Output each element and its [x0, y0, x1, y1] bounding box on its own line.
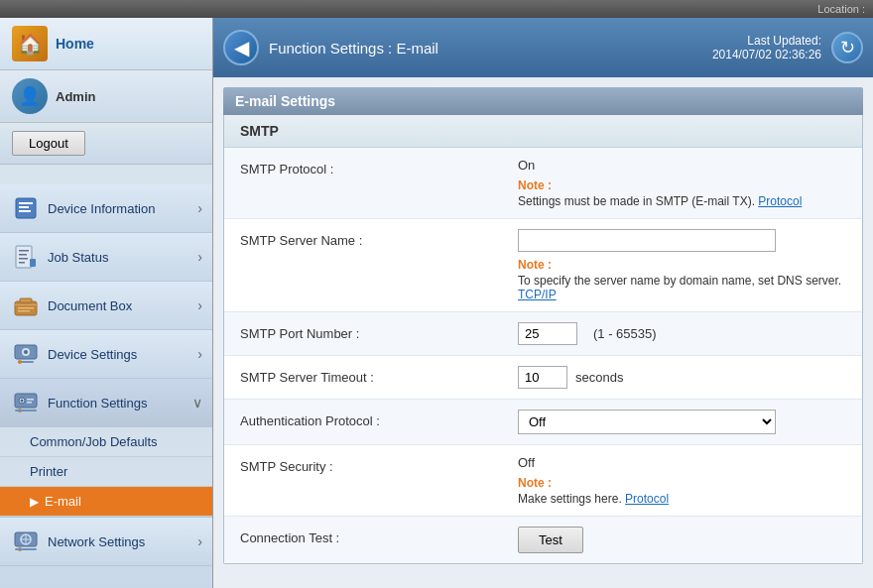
sidebar: 🏠 Home 👤 Admin Logout — [0, 18, 213, 588]
authentication-protocol-value: Off POP before SMTP SMTP Auth — [518, 410, 846, 434]
smtp-protocol-note-link[interactable]: Protocol — [758, 194, 802, 208]
smtp-security-note-label: Note : — [518, 476, 846, 490]
svg-point-19 — [18, 360, 22, 364]
sidebar-item-document-box[interactable]: Document Box › — [0, 282, 212, 330]
device-info-svg — [12, 194, 40, 222]
sidebar-sub-item-email[interactable]: ▶ E-mail — [0, 487, 212, 517]
svg-rect-3 — [19, 210, 31, 212]
port-input-wrap: (1 - 65535) — [518, 322, 846, 345]
network-svg — [12, 528, 40, 555]
device-settings-svg — [12, 340, 40, 368]
func-settings-svg — [12, 389, 40, 416]
chevron-right-icon-3: › — [197, 297, 202, 313]
smtp-protocol-note-text: Settings must be made in SMTP (E-mail TX… — [518, 194, 846, 208]
main-content: E-mail Settings SMTP SMTP Protocol : On … — [213, 77, 873, 588]
device-settings-icon — [10, 338, 42, 370]
last-updated-label: Last Updated: — [712, 34, 821, 48]
port-range-text: (1 - 65535) — [593, 326, 657, 341]
smtp-security-note-text: Make settings here. Protocol — [518, 492, 846, 506]
svg-rect-7 — [19, 258, 28, 260]
smtp-group-header: SMTP — [224, 115, 862, 148]
smtp-server-note-link[interactable]: TCP/IP — [518, 288, 557, 301]
svg-rect-20 — [15, 394, 37, 408]
home-label[interactable]: Home — [56, 36, 94, 52]
connection-test-row: Connection Test : Test — [224, 517, 862, 563]
sidebar-item-device-settings-label: Device Settings — [48, 347, 191, 362]
smtp-server-name-label: SMTP Server Name : — [240, 229, 518, 248]
smtp-security-value: Off Note : Make settings here. Protocol — [518, 455, 846, 506]
logout-wrap: Logout — [0, 123, 212, 165]
smtp-server-note-text: To specify the server name by domain nam… — [518, 274, 846, 301]
smtp-port-number-value: (1 - 65535) — [518, 322, 846, 345]
home-icon: 🏠 — [18, 32, 43, 56]
refresh-button[interactable]: ↻ — [831, 32, 863, 63]
chevron-down-icon: ∨ — [192, 395, 202, 411]
svg-rect-2 — [19, 206, 29, 208]
smtp-protocol-label: SMTP Protocol : — [240, 158, 518, 176]
chevron-right-icon-4: › — [197, 346, 202, 362]
logout-button[interactable]: Logout — [12, 131, 85, 156]
smtp-timeout-input[interactable] — [518, 366, 567, 389]
svg-rect-24 — [27, 402, 32, 404]
smtp-protocol-note-label: Note : — [518, 178, 846, 192]
sidebar-item-network-settings-label: Network Settings — [48, 534, 191, 549]
svg-rect-11 — [15, 304, 37, 305]
settings-table: SMTP SMTP Protocol : On Note : Settings … — [223, 115, 863, 564]
smtp-security-note-link[interactable]: Protocol — [625, 492, 669, 506]
test-button[interactable]: Test — [518, 527, 583, 553]
job-status-icon — [10, 241, 42, 273]
document-box-icon — [10, 290, 42, 321]
sidebar-item-network-settings[interactable]: Network Settings › — [0, 518, 212, 566]
sidebar-item-device-information[interactable]: Device Information › — [0, 184, 212, 233]
svg-rect-26 — [15, 410, 37, 412]
email-label: E-mail — [45, 494, 81, 509]
sidebar-item-job-status[interactable]: Job Status › — [0, 233, 212, 282]
section-title: E-mail Settings — [235, 93, 335, 109]
svg-rect-9 — [30, 259, 36, 267]
smtp-port-input[interactable] — [518, 322, 577, 345]
active-arrow-icon: ▶ — [30, 495, 39, 509]
network-settings-icon — [10, 526, 42, 557]
smtp-server-name-input[interactable] — [518, 229, 776, 252]
authentication-protocol-label: Authentication Protocol : — [240, 410, 518, 428]
sidebar-item-job-status-label: Job Status — [48, 250, 191, 265]
last-updated-value: 2014/07/02 02:36:26 — [712, 48, 821, 61]
smtp-port-number-label: SMTP Port Number : — [240, 322, 518, 341]
authentication-protocol-select[interactable]: Off POP before SMTP SMTP Auth — [518, 410, 776, 434]
section-header: E-mail Settings — [223, 87, 863, 115]
back-button[interactable]: ◀ — [223, 30, 259, 65]
content-header: ◀ Function Settings : E-mail Last Update… — [213, 18, 873, 77]
connection-test-value: Test — [518, 527, 846, 553]
authentication-protocol-row: Authentication Protocol : Off POP before… — [224, 400, 862, 445]
job-status-svg — [12, 243, 40, 271]
smtp-security-row: SMTP Security : Off Note : Make settings… — [224, 445, 862, 517]
chevron-right-icon-5: › — [197, 533, 202, 549]
smtp-server-name-row: SMTP Server Name : Note : To specify the… — [224, 219, 862, 312]
sidebar-sub-item-printer[interactable]: Printer — [0, 457, 212, 487]
common-job-defaults-label: Common/Job Defaults — [30, 434, 158, 449]
device-information-icon — [10, 192, 42, 224]
smtp-server-timeout-value: seconds — [518, 366, 846, 389]
admin-avatar: 👤 — [12, 78, 48, 114]
content-area: ◀ Function Settings : E-mail Last Update… — [213, 18, 873, 588]
last-updated-box: Last Updated: 2014/07/02 02:36:26 — [712, 34, 821, 61]
svg-rect-4 — [16, 246, 32, 268]
doc-box-svg — [12, 292, 40, 319]
smtp-protocol-on: On — [518, 158, 846, 173]
smtp-server-note-label: Note : — [518, 258, 846, 272]
sidebar-home-item[interactable]: 🏠 Home — [0, 18, 212, 70]
connection-test-label: Connection Test : — [240, 527, 518, 545]
smtp-server-timeout-label: SMTP Server Timeout : — [240, 366, 518, 385]
sidebar-item-document-box-label: Document Box — [48, 298, 191, 313]
svg-rect-1 — [19, 202, 33, 204]
smtp-server-timeout-row: SMTP Server Timeout : seconds — [224, 356, 862, 400]
sidebar-item-function-settings-label: Function Settings — [48, 396, 187, 411]
chevron-right-icon: › — [197, 200, 202, 216]
svg-point-17 — [24, 350, 28, 354]
sidebar-item-device-settings[interactable]: Device Settings › — [0, 330, 212, 379]
seconds-label: seconds — [575, 370, 623, 385]
sidebar-sub-item-common-job-defaults[interactable]: Common/Job Defaults — [0, 427, 212, 457]
admin-label: Admin — [56, 89, 95, 104]
svg-rect-32 — [15, 548, 37, 550]
sidebar-item-function-settings[interactable]: Function Settings ∨ — [0, 379, 212, 427]
